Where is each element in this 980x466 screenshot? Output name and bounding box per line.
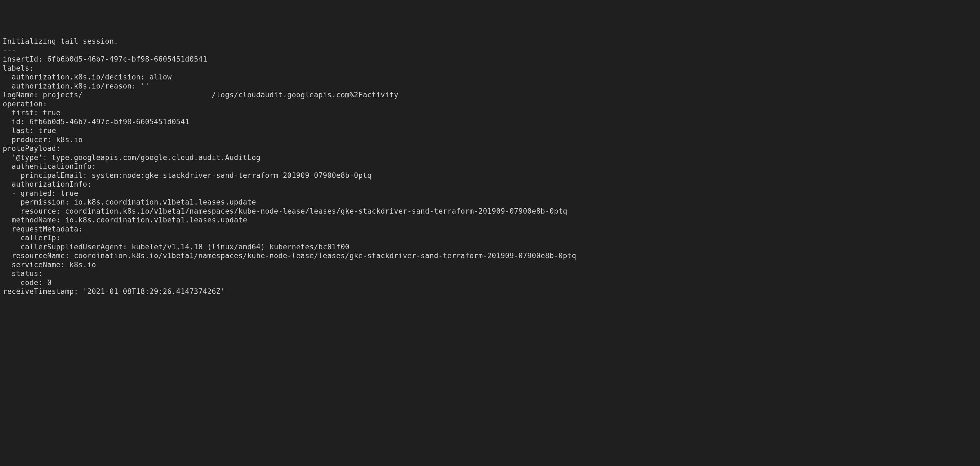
terminal-output[interactable]: Initializing tail session. --- insertId:… xyxy=(3,37,977,296)
